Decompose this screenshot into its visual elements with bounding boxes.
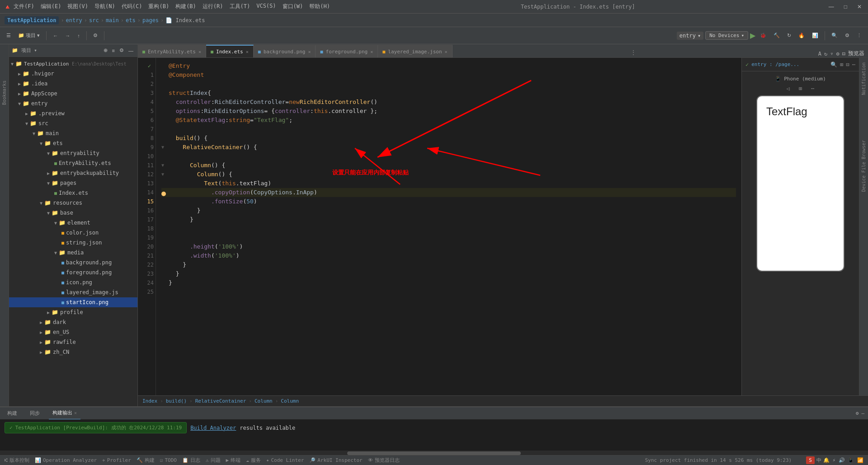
tree-item-rawfile[interactable]: ▶ 📁 rawfile bbox=[9, 337, 137, 347]
tree-item-preview[interactable]: ▶ 📁 .preview bbox=[9, 108, 137, 118]
tab-close-entryability[interactable]: ✕ bbox=[198, 49, 201, 54]
breadcrumb-index[interactable]: Index bbox=[142, 398, 157, 404]
tree-item-entryability-ets[interactable]: ■ EntryAbility.ets bbox=[9, 158, 137, 168]
hotreload-button[interactable]: 🔥 bbox=[796, 30, 807, 42]
right-tab-notification[interactable]: Notification bbox=[861, 62, 866, 95]
build-tab-build[interactable]: 构建 bbox=[4, 407, 21, 420]
nav-src[interactable]: src bbox=[89, 17, 99, 23]
menu-refactor[interactable]: 重构(B) bbox=[148, 3, 169, 10]
nav-back-button[interactable]: ← bbox=[50, 30, 61, 42]
tree-item-entrybackupability[interactable]: ▶ 📁 entrybackupability bbox=[9, 168, 137, 178]
sidebar-action-3[interactable]: ⚙ bbox=[118, 45, 125, 56]
terminal-button[interactable]: ▶终端 bbox=[226, 457, 241, 464]
run-button[interactable]: ▶ bbox=[750, 31, 755, 40]
menu-edit[interactable]: 编辑(E) bbox=[41, 3, 61, 10]
phone-rotate-button[interactable]: ⊞ bbox=[799, 85, 802, 92]
menu-help[interactable]: 帮助(H) bbox=[309, 3, 330, 10]
tree-item-layered-image[interactable]: ■ layered_image.js bbox=[9, 287, 137, 297]
tab-more-button[interactable]: ⋮ bbox=[627, 47, 640, 57]
todo-button[interactable]: ☑TODO bbox=[160, 457, 177, 463]
tree-item-pages[interactable]: ▼ 📁 pages bbox=[9, 178, 137, 188]
breadcrumb-build[interactable]: build() bbox=[166, 398, 187, 404]
build-panel-settings[interactable]: ⚙ bbox=[856, 410, 859, 416]
more-button[interactable]: ⋮ bbox=[854, 30, 864, 42]
split-button[interactable]: ⊟ bbox=[842, 51, 845, 57]
menu-file[interactable]: 文件(F) bbox=[14, 3, 34, 10]
refresh-button[interactable]: ↻ bbox=[824, 51, 827, 57]
build-tab-output[interactable]: 构建输出 ✕ bbox=[49, 407, 80, 420]
menu-nav[interactable]: 导航(N) bbox=[94, 3, 115, 10]
nav-ets[interactable]: ets bbox=[126, 17, 136, 23]
status-input-method[interactable]: S bbox=[806, 456, 815, 464]
sync-button[interactable]: ↻ bbox=[784, 30, 794, 42]
search-button[interactable]: 🔍 bbox=[829, 30, 840, 42]
tab-entryability[interactable]: ■ EntryAbility.ets ✕ bbox=[138, 45, 206, 57]
tree-item-main[interactable]: ▼ 📁 main bbox=[9, 128, 137, 138]
operation-analyzer-button[interactable]: 📊Operation Analyzer bbox=[35, 457, 97, 463]
debug-button[interactable]: 🐞 bbox=[757, 30, 769, 42]
nav-entry[interactable]: entry bbox=[66, 17, 82, 23]
nav-main[interactable]: main bbox=[106, 17, 119, 23]
tab-layered[interactable]: ■ layered_image.json ✕ bbox=[378, 45, 452, 57]
tree-item-profile[interactable]: ▶ 📁 profile bbox=[9, 307, 137, 317]
build-panel-close[interactable]: — bbox=[861, 410, 864, 416]
sidebar-action-1[interactable]: ⊕ bbox=[102, 45, 109, 56]
phone-nav-controls[interactable]: ◁ ⊞ ⋯ bbox=[787, 85, 815, 92]
menu-view[interactable]: 视图(V) bbox=[67, 3, 88, 10]
tab-close-layered[interactable]: ✕ bbox=[445, 49, 448, 54]
tree-item-appscope[interactable]: ▶ 📁 AppScope bbox=[9, 89, 137, 99]
maximize-button[interactable]: □ bbox=[841, 3, 850, 11]
tree-item-foreground-png[interactable]: ■ foreground.png bbox=[9, 268, 137, 277]
tab-background[interactable]: ■ background.png ✕ bbox=[254, 45, 316, 57]
tree-item-base[interactable]: ▼ 📁 base bbox=[9, 208, 137, 218]
preview-action-1[interactable]: ▿ bbox=[830, 51, 833, 57]
sidebar-toggle-button[interactable]: ☰ bbox=[4, 30, 14, 42]
problem-button[interactable]: ⚠问题 bbox=[206, 457, 221, 464]
tree-item-root[interactable]: ▼ 📁 TestApplication E:\nana\Desktop\Test bbox=[9, 59, 137, 69]
nav-forward-button[interactable]: → bbox=[62, 30, 73, 42]
tree-item-icon-png[interactable]: ■ icon.png bbox=[9, 277, 137, 287]
code-linter-button[interactable]: ✦Code Linter bbox=[266, 457, 304, 463]
breadcrumb-column2[interactable]: Column bbox=[281, 398, 299, 404]
tree-item-hvigor[interactable]: ▶ 📁 .hvigor bbox=[9, 69, 137, 79]
build-status-button[interactable]: 🔨构建 bbox=[137, 457, 155, 464]
tree-item-background-png[interactable]: ■ background.png bbox=[9, 258, 137, 268]
menu-build[interactable]: 构建(B) bbox=[175, 3, 196, 10]
tree-item-idea[interactable]: ▶ 📁 .idea bbox=[9, 79, 137, 89]
sidebar-action-2[interactable]: ≡ bbox=[111, 45, 116, 56]
tree-item-entryability[interactable]: ▼ 📁 entryability bbox=[9, 148, 137, 158]
arkui-inspector-button[interactable]: 🔎ArkUI Inspector bbox=[309, 457, 362, 463]
menu-vcs[interactable]: VCS(S) bbox=[256, 3, 276, 10]
phone-back-button[interactable]: ◁ bbox=[787, 85, 790, 92]
build-analyzer-link[interactable]: Build Analyzer bbox=[190, 425, 236, 431]
code-area[interactable]: @Entry @Component struct Index { control… bbox=[156, 58, 741, 395]
nav-up-button[interactable]: ↑ bbox=[75, 30, 83, 42]
tree-item-element[interactable]: ▼ 📁 element bbox=[9, 218, 137, 228]
sidebar-collapse-button[interactable]: — bbox=[127, 45, 135, 56]
version-control-button[interactable]: ⑆版本控制 bbox=[5, 457, 29, 464]
preview-layout-grid[interactable]: ⊞ bbox=[840, 61, 843, 68]
tab-index[interactable]: ■ Index.ets ✕ bbox=[206, 45, 254, 57]
build-sync-button[interactable]: 🔨 bbox=[771, 30, 783, 42]
tab-foreground[interactable]: ■ foreground.png ✕ bbox=[316, 45, 378, 57]
build-tab-close[interactable]: ✕ bbox=[74, 410, 77, 415]
tree-item-entry[interactable]: ▼ 📁 entry bbox=[9, 99, 137, 108]
tree-item-index-ets[interactable]: ■ Index.ets bbox=[9, 188, 137, 198]
menu-bar[interactable]: 文件(F) 编辑(E) 视图(V) 导航(N) 代码(C) 重构(B) 构建(B… bbox=[14, 3, 330, 10]
left-panel-tab-bookmarks[interactable]: Bookmarks bbox=[2, 80, 7, 105]
tree-item-en-us[interactable]: ▶ 📁 en_US bbox=[9, 327, 137, 337]
preview-more[interactable]: ⋯ bbox=[852, 61, 855, 68]
preview-split-view[interactable]: ⊟ bbox=[846, 61, 849, 68]
tree-item-string-json[interactable]: ■ string.json bbox=[9, 238, 137, 248]
menu-tools[interactable]: 工具(T) bbox=[230, 3, 250, 10]
menu-code[interactable]: 代码(C) bbox=[122, 3, 142, 10]
close-button[interactable]: ✕ bbox=[854, 3, 864, 11]
tree-item-dark[interactable]: ▶ 📁 dark bbox=[9, 317, 137, 327]
menu-window[interactable]: 窗口(W) bbox=[283, 3, 303, 10]
settings-button[interactable]: ⚙ bbox=[90, 30, 100, 42]
preview-log-button[interactable]: 👁预览器日志 bbox=[368, 457, 400, 464]
breadcrumb-relative[interactable]: RelativeContainer bbox=[195, 398, 246, 404]
tree-item-ets[interactable]: ▼ 📁 ets bbox=[9, 138, 137, 148]
minimize-button[interactable]: — bbox=[826, 3, 837, 11]
entry-selector[interactable]: entry ▾ bbox=[677, 32, 703, 40]
